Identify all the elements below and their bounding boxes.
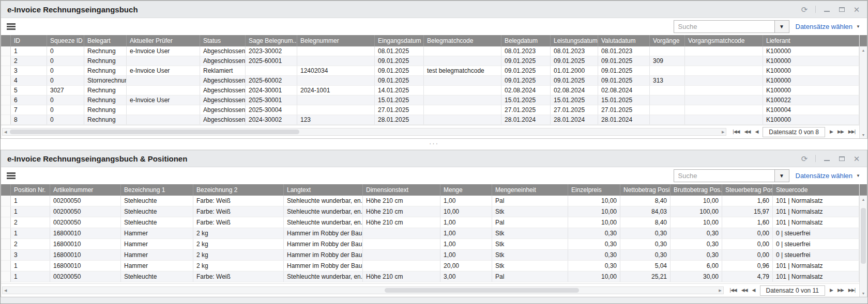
next-record-button[interactable]: ▶ (830, 130, 833, 134)
row-selector[interactable] (1, 217, 11, 228)
column-header[interactable]: Leistungsdatum (551, 35, 598, 46)
choose-records-link[interactable]: Datensätze wählen (796, 172, 853, 180)
row-selector[interactable] (1, 105, 11, 115)
maximize-icon[interactable] (837, 154, 846, 163)
row-selector[interactable] (1, 206, 11, 217)
table-row[interactable]: 80RechnungAbgeschlossen2024-3000212328.0… (1, 115, 859, 125)
table-row[interactable]: 100200050StehleuchteFarbe: WeißStehleuch… (1, 271, 859, 282)
filter-button[interactable]: ▼ (775, 20, 789, 33)
column-header[interactable]: Menge (440, 184, 492, 196)
row-selector[interactable] (1, 250, 11, 260)
column-header[interactable]: Mengeneinheit (492, 184, 568, 196)
refresh-icon[interactable]: ⟳ (800, 5, 809, 13)
scrollbar-thumb[interactable] (861, 208, 866, 264)
table-row[interactable]: 116800010Hammer2 kgHammer im Robby der B… (1, 228, 859, 239)
row-selector[interactable] (1, 271, 11, 282)
first-record-button[interactable]: |◀◀ (733, 130, 739, 134)
choose-records-link[interactable]: Datensätze wählen (796, 23, 853, 30)
scrollbar-thumb[interactable] (10, 130, 299, 134)
last-record-button[interactable]: ▶▶| (848, 288, 855, 293)
row-selector[interactable] (1, 228, 11, 238)
table-row[interactable]: 116800010Hammer2 kgHammer im Robby der B… (1, 261, 859, 271)
column-header[interactable]: ID (11, 35, 47, 46)
scroll-left-icon[interactable]: ◀ (4, 289, 7, 292)
vertical-scrollbar[interactable]: ▲ ▼ (859, 184, 867, 297)
first-record-button[interactable]: |◀◀ (730, 288, 737, 293)
minimize-icon[interactable] (823, 154, 831, 163)
column-header[interactable]: Vorgangsmatchcode (685, 35, 763, 46)
table-row[interactable]: 30Rechnunge-Invoice UserReklamiert124020… (1, 66, 859, 76)
column-header[interactable]: Steuercode (773, 184, 859, 196)
scroll-up-icon[interactable]: ▲ (860, 46, 867, 54)
panel-splitter[interactable]: ··· (1, 139, 867, 150)
row-selector[interactable] (1, 239, 11, 249)
row-selector[interactable] (1, 76, 11, 85)
table-row[interactable]: 60Rechnunge-Invoice UserAbgeschlossen202… (1, 95, 859, 105)
column-header[interactable]: Bruttobetrag Pos... (671, 184, 722, 196)
next-page-button[interactable]: ▶▶ (837, 288, 844, 293)
search-input[interactable] (674, 20, 775, 33)
row-selector[interactable] (1, 56, 11, 66)
last-record-button[interactable]: ▶▶| (848, 130, 855, 134)
close-icon[interactable]: ✕ (852, 154, 861, 163)
prev-record-button[interactable]: ◀ (752, 288, 755, 293)
row-selector[interactable] (1, 115, 11, 124)
maximize-icon[interactable] (837, 5, 846, 13)
row-selector[interactable] (1, 46, 11, 56)
scrollbar-thumb[interactable] (385, 288, 579, 293)
column-header[interactable]: Nettobetrag Posi... (620, 184, 671, 196)
refresh-icon[interactable]: ⟳ (800, 154, 809, 163)
prev-record-button[interactable]: ◀ (755, 130, 758, 134)
prev-page-button[interactable]: ◀◀ (744, 130, 751, 134)
column-header[interactable]: Belegdatum (501, 35, 551, 46)
scroll-down-icon[interactable]: ▼ (860, 290, 867, 297)
column-header[interactable]: Bezeichnung 1 (121, 184, 193, 196)
column-header[interactable]: Bezeichnung 2 (193, 184, 284, 196)
scroll-left-icon[interactable]: ◀ (4, 130, 7, 134)
menu-icon[interactable] (7, 23, 16, 30)
scroll-up-icon[interactable]: ▲ (860, 196, 867, 203)
menu-icon[interactable] (7, 172, 16, 179)
table-row[interactable]: 10Rechnunge-Invoice UserAbgeschlossen202… (1, 46, 859, 56)
column-header[interactable]: Vorgänge (650, 35, 685, 46)
column-header[interactable]: Aktueller Prüfer (127, 35, 200, 46)
table-row[interactable]: 316800010Hammer2 kgHammer im Robby der B… (1, 250, 859, 261)
close-icon[interactable]: ✕ (852, 5, 861, 13)
column-header[interactable]: Valutadatum (598, 35, 650, 46)
filter-button[interactable]: ▼ (775, 169, 789, 182)
table-row[interactable]: 216800010Hammer2 kgHammer im Robby der B… (1, 239, 859, 250)
column-header[interactable]: Belegart (84, 35, 127, 46)
column-header[interactable]: Status (200, 35, 246, 46)
table-row[interactable]: 40StornorechnungAbgeschlossen2025-600020… (1, 76, 859, 86)
table-row[interactable]: 100200050StehleuchteFarbe: WeißStehleuch… (1, 206, 859, 217)
column-header[interactable]: Sage Belegnum... (246, 35, 297, 46)
column-header[interactable]: Dimensionstext (363, 184, 440, 196)
row-selector[interactable] (1, 66, 11, 75)
table-row[interactable]: 53027RechnungAbgeschlossen2024-300012024… (1, 86, 859, 95)
scrollbar-track[interactable] (860, 54, 867, 131)
scroll-right-icon[interactable]: ▶ (719, 289, 721, 292)
row-selector[interactable] (1, 95, 11, 105)
scrollbar-track[interactable] (860, 203, 867, 290)
column-header[interactable]: Position Nr. (11, 184, 50, 196)
next-page-button[interactable]: ▶▶ (837, 130, 844, 134)
column-header[interactable]: Squeeze ID (47, 35, 84, 46)
scroll-down-icon[interactable]: ▼ (860, 131, 867, 138)
table-row[interactable]: 200200050StehleuchteFarbe: WeißStehleuch… (1, 217, 859, 228)
column-header[interactable]: Eingangsdatum (375, 35, 424, 46)
column-header[interactable]: Belegnummer (297, 35, 375, 46)
table-row[interactable]: 20RechnungAbgeschlossen2025-6000109.01.2… (1, 56, 859, 66)
horizontal-scrollbar[interactable]: ◀ ▶ (2, 128, 726, 136)
column-header[interactable]: Lieferant (763, 35, 859, 46)
scroll-right-icon[interactable]: ▶ (722, 130, 724, 134)
column-header[interactable]: Artikelnummer (50, 184, 121, 196)
column-header[interactable]: Steuerbetrag Pos... (722, 184, 773, 196)
table-row[interactable]: 70RechnungAbgeschlossen2025-3000427.01.2… (1, 105, 859, 115)
row-selector[interactable] (1, 86, 11, 95)
prev-page-button[interactable]: ◀◀ (741, 288, 748, 293)
column-header[interactable]: Einzelpreis (568, 184, 620, 196)
row-selector[interactable] (1, 261, 11, 271)
next-record-button[interactable]: ▶ (830, 288, 833, 293)
minimize-icon[interactable] (823, 5, 831, 13)
column-header[interactable]: Langtext (284, 184, 363, 196)
